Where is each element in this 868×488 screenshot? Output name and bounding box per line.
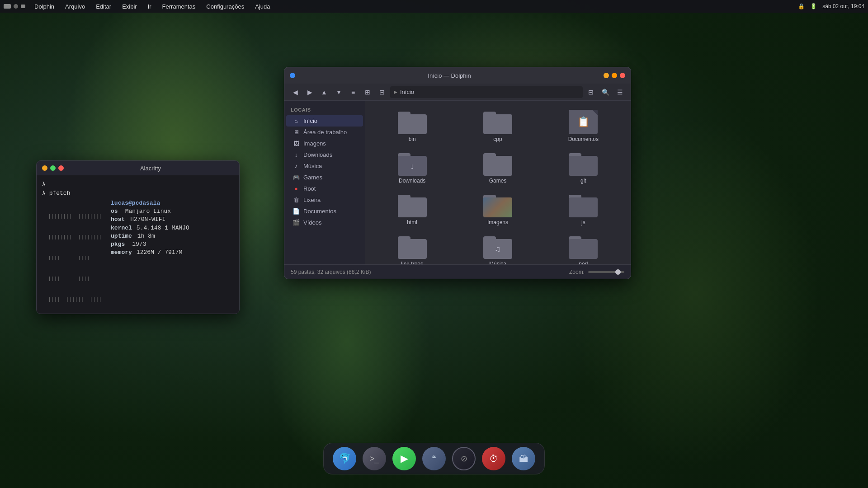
file-name-documentos: Documentos (568, 136, 599, 142)
downloads-icon: ↓ (292, 151, 300, 158)
play-dock-icon: ▶ (401, 453, 408, 465)
system-tray-icons (4, 4, 25, 9)
folder-icon-html (398, 193, 427, 217)
dolphin-toolbar: ◀ ▶ ▲ ▾ ≡ ⊞ ⊟ ▶ Início ⊟ 🔍 ☰ (284, 84, 631, 101)
sidebar-label-games: Games (303, 174, 322, 181)
menu-ajuda[interactable]: Ajuda (253, 2, 272, 11)
forward-button[interactable]: ▶ (303, 86, 316, 99)
folder-icon-bin (398, 110, 427, 134)
terminal-uptime-row: uptime 1h 8m (111, 232, 189, 240)
terminal-pfetch-cmd: λ pfetch (42, 189, 234, 198)
file-item-perl[interactable]: perl (542, 231, 625, 264)
zoom-thumb[interactable] (615, 269, 621, 275)
dropdown-button[interactable]: ▾ (332, 86, 345, 99)
toolbar-right: ⊟ 🔍 ☰ (585, 86, 626, 99)
dock-terminal-button[interactable]: >_ (363, 447, 386, 470)
sys-icon-3 (21, 5, 25, 8)
terminal-host-label: host (111, 216, 125, 224)
file-item-git[interactable]: git (542, 148, 625, 188)
terminal-titlebar: Alacritty (37, 161, 239, 175)
dock-notes-button[interactable]: ❝ (422, 447, 446, 470)
view-compact-button[interactable]: ⊟ (376, 86, 388, 99)
breadcrumb[interactable]: ▶ Início (390, 86, 583, 98)
menu-exibir[interactable]: Exibir (120, 2, 139, 11)
sidebar-item-root[interactable]: ● Root (286, 183, 363, 194)
sidebar-item-downloads[interactable]: ↓ Downloads (286, 149, 363, 160)
battery-icon: 🔋 (810, 3, 817, 9)
file-item-cpp[interactable]: cpp (456, 106, 539, 146)
dolphin-maximize-button[interactable] (612, 73, 617, 78)
file-item-games[interactable]: Games (456, 148, 539, 188)
terminal-uptime-value: 1h 8m (136, 232, 155, 240)
taskbar: 🐬 >_ ▶ ❝ ⊘ ⏱ 🏔 (323, 443, 545, 474)
file-name-games: Games (489, 178, 507, 184)
zoom-slider[interactable] (588, 271, 624, 273)
menu-editar[interactable]: Editar (94, 2, 113, 11)
terminal-pkgs-row: pkgs 1973 (111, 240, 189, 249)
zoom-control[interactable]: Zoom: (569, 269, 624, 275)
terminal-content[interactable]: λ λ pfetch |||||||| |||||||| |||||||| ||… (37, 175, 239, 314)
dolphin-window-controls (604, 73, 625, 78)
terminal-dock-icon: >_ (370, 454, 379, 464)
split-view-button[interactable]: ⊟ (585, 86, 597, 99)
sidebar-item-games[interactable]: 🎮 Games (286, 172, 363, 183)
file-item-bin[interactable]: bin (370, 106, 454, 146)
terminal-close-button[interactable] (58, 165, 64, 171)
sidebar-item-desktop[interactable]: 🖥 Área de trabalho (286, 127, 363, 138)
sidebar-item-documentos[interactable]: 📄 Documentos (286, 206, 363, 217)
file-item-html[interactable]: html (370, 189, 454, 229)
desktop-icon: 🖥 (292, 129, 300, 136)
dock-gallery-button[interactable]: 🏔 (512, 447, 535, 470)
dolphin-close-button[interactable] (620, 73, 625, 78)
terminal-lambda-1: λ (42, 180, 234, 189)
dock-slash-button[interactable]: ⊘ (452, 447, 476, 470)
up-button[interactable]: ▲ (318, 86, 330, 99)
dolphin-title: Início — Dolphin (295, 72, 604, 79)
menu-ferramentas[interactable]: Ferramentas (160, 2, 198, 11)
sidebar-item-videos[interactable]: 🎬 Vídeos (286, 217, 363, 228)
dock-dolphin-button[interactable]: 🐬 (333, 447, 356, 470)
menu-ir[interactable]: Ir (146, 2, 153, 11)
file-item-link-trees[interactable]: link-trees (370, 231, 454, 264)
view-list-button[interactable]: ≡ (347, 86, 359, 99)
search-button[interactable]: 🔍 (599, 86, 612, 99)
menu-appname[interactable]: Dolphin (33, 2, 56, 11)
breadcrumb-arrow: ▶ (394, 89, 397, 94)
file-item-js[interactable]: js (542, 189, 625, 229)
terminal-maximize-button[interactable] (50, 165, 56, 171)
terminal-sysinfo: lucas@pcdasala os Manjaro Linux host H27… (111, 199, 189, 314)
dock-timetrack-button[interactable]: ⏱ (482, 447, 505, 470)
folder-icon-cpp (483, 110, 512, 134)
menu-configuracoes[interactable]: Configurações (204, 2, 246, 11)
file-item-imagens[interactable]: Imagens (456, 189, 539, 229)
dolphin-minimize-button[interactable] (604, 73, 609, 78)
sidebar-item-inicio[interactable]: ⌂ Início (286, 115, 363, 127)
docs-icon: 📄 (292, 208, 300, 215)
terminal-window-controls (42, 165, 64, 171)
sidebar-label-lixeira: Lixeira (303, 197, 321, 203)
sys-icon-1 (4, 4, 11, 9)
menu-arquivo[interactable]: Arquivo (63, 2, 87, 11)
dolphin-file-grid: bin cpp 📋 Documentos (365, 101, 631, 264)
games-icon: 🎮 (292, 174, 300, 181)
terminal-kernel-label: kernel (111, 224, 132, 232)
slash-dock-icon: ⊘ (461, 454, 467, 464)
folder-icon-js (569, 193, 598, 217)
terminal-os-value: Manjaro Linux (122, 207, 171, 216)
sidebar-item-imagens[interactable]: 🖼 Imagens (286, 138, 363, 149)
menu-button[interactable]: ☰ (613, 86, 626, 99)
home-icon: ⌂ (292, 117, 300, 124)
terminal-uptime-label: uptime (111, 232, 132, 240)
view-grid-button[interactable]: ⊞ (361, 86, 374, 99)
terminal-minimize-button[interactable] (42, 165, 47, 171)
file-item-downloads[interactable]: Downloads (370, 148, 454, 188)
sidebar-item-musica[interactable]: ♪ Música (286, 160, 363, 172)
terminal-memory-value: 1226M / 7917M (136, 249, 182, 257)
sidebar-label-musica: Música (303, 163, 322, 169)
file-item-documentos[interactable]: 📋 Documentos (542, 106, 625, 146)
file-item-musica[interactable]: ♫ Música (456, 231, 539, 264)
terminal-pkgs-label: pkgs (111, 240, 125, 249)
sidebar-item-lixeira[interactable]: 🗑 Lixeira (286, 194, 363, 206)
back-button[interactable]: ◀ (289, 86, 302, 99)
dock-mediaplayer-button[interactable]: ▶ (392, 447, 416, 470)
